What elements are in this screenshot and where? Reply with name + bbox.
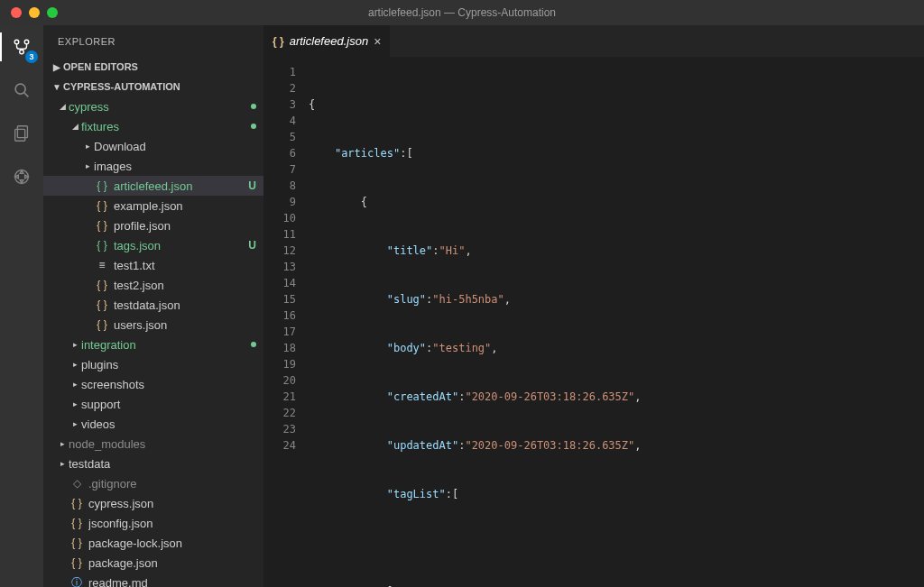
chevron-down-icon: ▼: [51, 82, 63, 92]
window-maximize-button[interactable]: [47, 7, 58, 18]
label: readme.md: [88, 576, 256, 588]
window-title: articlefeed.json — Cypress-Automation: [0, 6, 924, 19]
file-cypress-json[interactable]: ▸ { } cypress.json: [43, 493, 263, 513]
window-minimize-button[interactable]: [29, 7, 40, 18]
folder-videos[interactable]: ▸ videos: [43, 414, 263, 434]
file-profile[interactable]: ▸ { } profile.json: [43, 216, 263, 235]
line-number: 4: [263, 113, 296, 129]
file-test1[interactable]: ▸ ≡ test1.txt: [43, 255, 263, 275]
line-number: 6: [263, 145, 296, 161]
label: fixtures: [81, 120, 251, 133]
folder-images[interactable]: ▸ images: [43, 156, 263, 176]
file-package[interactable]: ▸ { } package.json: [43, 553, 263, 573]
git-modified-dot-icon: [251, 124, 256, 129]
line-number: 13: [263, 259, 296, 275]
label: jsconfig.json: [88, 517, 256, 530]
json-file-icon: { }: [94, 199, 110, 212]
label: cypress: [69, 100, 251, 114]
folder-fixtures[interactable]: ◢ fixtures: [43, 116, 263, 136]
label: images: [94, 160, 256, 173]
json-file-icon: { }: [94, 318, 110, 331]
git-modified-dot-icon: [251, 104, 256, 109]
folder-node-modules[interactable]: ▸ node_modules: [43, 434, 263, 454]
folder-cypress[interactable]: ◢ cypress: [43, 96, 263, 116]
json-file-icon: { }: [94, 219, 110, 232]
line-number: 7: [263, 161, 296, 178]
file-readme[interactable]: ▸ ⓘ readme.md: [43, 573, 263, 587]
file-users[interactable]: ▸ { } users.json: [43, 315, 263, 335]
chevron-right-icon: ▸: [69, 399, 81, 408]
label: profile.json: [114, 219, 256, 233]
file-jsconfig[interactable]: ▸ { } jsconfig.json: [43, 513, 263, 533]
folder-testdata[interactable]: ▸ testdata: [43, 454, 263, 473]
svg-line-4: [24, 93, 29, 97]
source-control-icon[interactable]: 3: [7, 32, 36, 61]
tab-articlefeed[interactable]: { } articlefeed.json ×: [263, 25, 391, 57]
label: support: [81, 398, 256, 411]
svg-point-2: [20, 50, 24, 54]
file-gitignore[interactable]: ▸ ◇ .gitignore: [43, 473, 263, 493]
extensions-icon[interactable]: [7, 162, 36, 191]
folder-plugins[interactable]: ▸ plugins: [43, 354, 263, 374]
code-content[interactable]: { "articles":[ { "title":"Hi", "slug":"h…: [309, 57, 924, 587]
editor-area: { } articlefeed.json × 12345678910111213…: [263, 25, 924, 587]
label: plugins: [81, 358, 256, 371]
line-number: 22: [263, 405, 296, 421]
line-number: 16: [263, 307, 296, 324]
file-articlefeed[interactable]: ▸ { } articlefeed.json U: [43, 176, 263, 196]
line-number: 8: [263, 178, 296, 194]
source-control-badge: 3: [25, 50, 38, 63]
line-number: 21: [263, 389, 296, 405]
folder-support[interactable]: ▸ support: [43, 394, 263, 414]
line-number: 5: [263, 129, 296, 145]
folder-download[interactable]: ▸ Download: [43, 136, 263, 156]
info-file-icon: ⓘ: [69, 575, 85, 588]
json-file-icon: { }: [69, 556, 85, 569]
line-number: 20: [263, 372, 296, 389]
git-file-icon: ◇: [69, 477, 85, 490]
file-package-lock[interactable]: ▸ { } package-lock.json: [43, 533, 263, 553]
label: cypress.json: [88, 497, 256, 510]
line-number: 9: [263, 194, 296, 210]
json-file-icon: { }: [94, 298, 110, 311]
svg-point-7: [15, 170, 29, 184]
project-header[interactable]: ▼ CYPRESS-AUTOMATION: [43, 77, 263, 96]
label: test2.json: [114, 279, 256, 292]
editor-body[interactable]: 123456789101112131415161718192021222324 …: [263, 57, 924, 587]
file-tree[interactable]: ◢ cypress ◢ fixtures ▸ Download ▸ images…: [43, 96, 263, 587]
svg-point-1: [24, 40, 29, 44]
json-file-icon: { }: [69, 517, 85, 529]
folder-integration[interactable]: ▸ integration: [43, 335, 263, 354]
chevron-right-icon: ▸: [69, 419, 81, 428]
chevron-right-icon: ▸: [69, 360, 81, 369]
label: node_modules: [69, 437, 256, 451]
sidebar-title: EXPLORER: [43, 25, 263, 57]
file-test2[interactable]: ▸ { } test2.json: [43, 275, 263, 295]
line-number: 24: [263, 437, 296, 454]
window-close-button[interactable]: [11, 7, 22, 18]
json-file-icon: { }: [69, 497, 85, 509]
label: Download: [94, 140, 256, 153]
open-editors-header[interactable]: ▶ OPEN EDITORS: [43, 57, 263, 77]
folder-screenshots[interactable]: ▸ screenshots: [43, 374, 263, 394]
label: screenshots: [81, 378, 256, 391]
line-number: 2: [263, 80, 296, 96]
file-example[interactable]: ▸ { } example.json: [43, 196, 263, 216]
close-icon[interactable]: ×: [374, 35, 381, 48]
text-file-icon: ≡: [94, 259, 110, 271]
line-number: 19: [263, 356, 296, 372]
explorer-icon[interactable]: [7, 119, 36, 148]
label: testdata.json: [114, 298, 256, 312]
svg-rect-6: [15, 129, 25, 141]
line-number: 10: [263, 210, 296, 226]
git-status-badge: U: [248, 239, 256, 252]
label: .gitignore: [88, 477, 256, 491]
traffic-lights: [0, 7, 58, 18]
chevron-right-icon: ▸: [56, 439, 69, 448]
search-icon[interactable]: [7, 76, 36, 105]
svg-point-3: [15, 84, 25, 94]
file-tags[interactable]: ▸ { } tags.json U: [43, 235, 263, 255]
git-modified-dot-icon: [251, 342, 256, 347]
json-file-icon: { }: [94, 239, 110, 252]
file-testdata[interactable]: ▸ { } testdata.json: [43, 295, 263, 315]
